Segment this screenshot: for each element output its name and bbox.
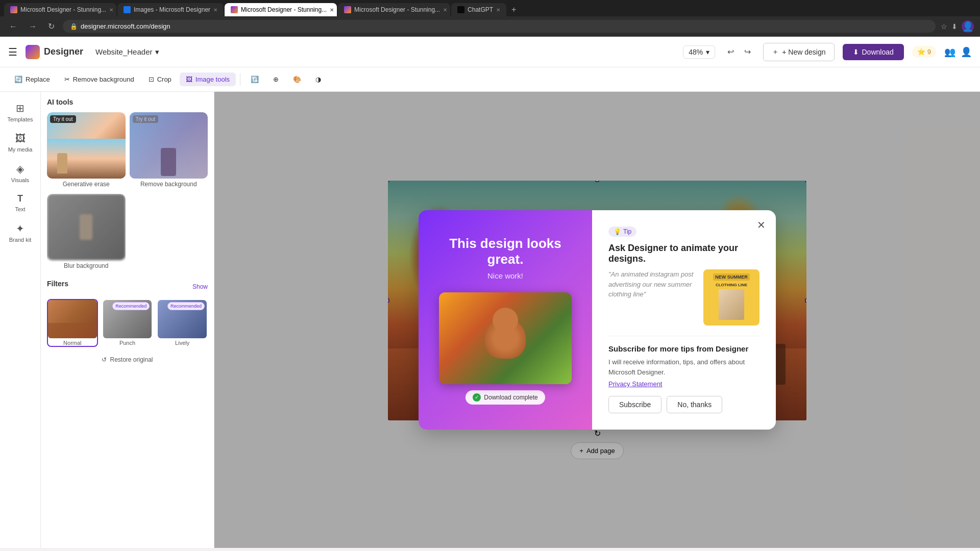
filter-lively[interactable]: Recommended Lively (157, 299, 208, 347)
tab-5-close[interactable]: ✕ (496, 7, 500, 13)
tab-3-label: Microsoft Designer - Stunning... (241, 6, 327, 13)
undo-redo: ↩ ↪ (723, 45, 755, 59)
download-icon[interactable]: ⬇ (951, 22, 958, 31)
toolbar-more-1[interactable]: 🔃 (244, 72, 265, 86)
share-icon[interactable]: 👥 (944, 46, 955, 58)
filters-title: Filters (47, 280, 68, 288)
user-icon[interactable]: 👤 (961, 46, 972, 58)
generative-erase-image: Try it out (47, 112, 126, 179)
undo-button[interactable]: ↩ (723, 45, 738, 59)
tab-2-label: Images - Microsoft Designer (134, 6, 210, 13)
sync-icon: 🔃 (251, 76, 259, 83)
toolbar-more-4[interactable]: ◑ (309, 72, 327, 86)
hamburger-menu[interactable]: ☰ (8, 46, 17, 58)
modal-left: This design looks great. Nice work! (419, 210, 592, 430)
new-tab-button[interactable]: + (507, 3, 520, 16)
project-name[interactable]: Website_Header ▾ (91, 45, 163, 59)
subscribe-button[interactable]: Subscribe (608, 396, 662, 413)
sidebar: ⊞ Templates 🖼 My media ◈ Visuals T Text … (0, 92, 41, 548)
reload-button[interactable]: ↻ (45, 19, 58, 33)
sidebar-item-templates[interactable]: ⊞ Templates (3, 98, 38, 127)
tab-4-label: Microsoft Designer - Stunning... (354, 6, 440, 13)
zoom-control[interactable]: 48% ▾ (683, 45, 715, 59)
blur-bg-label: Blur background (47, 262, 126, 271)
no-thanks-button[interactable]: No, thanks (667, 396, 722, 413)
back-button[interactable]: ← (6, 20, 20, 33)
animate-prompt-text: "An animated instagram post advertising … (608, 269, 695, 308)
download-arrow-icon: ⬇ (853, 48, 859, 56)
preview-image-content (439, 292, 572, 384)
tab-2-close[interactable]: ✕ (213, 7, 217, 13)
points-value: 9 (927, 48, 931, 56)
url-text: designer.microsoft.com/design (81, 22, 170, 30)
modal-close-button[interactable]: ✕ (753, 217, 769, 233)
bookmark-icon[interactable]: ☆ (941, 22, 947, 31)
filter-punch-wrapper: Recommended (103, 300, 152, 338)
ai-tool-remove-bg[interactable]: Try it out Remove background (130, 112, 208, 190)
forward-button[interactable]: → (26, 20, 40, 33)
restore-button[interactable]: ↺ Restore original (47, 352, 208, 367)
restore-label: Restore original (110, 356, 153, 363)
address-actions: ☆ ⬇ 👤 (941, 20, 974, 33)
plus-icon: ＋ (772, 47, 779, 57)
tab-1-close[interactable]: ✕ (109, 7, 113, 13)
privacy-link[interactable]: Privacy Statement (608, 380, 760, 388)
tip-label: Tip (623, 228, 631, 235)
ai-tools-grid: Try it out Generative erase Try it out R… (47, 112, 208, 271)
download-button[interactable]: ⬇ Download (843, 44, 904, 60)
crop-button[interactable]: ⊡ Crop (142, 72, 178, 86)
tab-4-close[interactable]: ✕ (443, 7, 447, 13)
tab-3[interactable]: Microsoft Designer - Stunning... ✕ (225, 3, 337, 16)
restore-icon: ↺ (102, 356, 107, 363)
check-circle-icon: ✓ (473, 393, 481, 402)
filter-lively-wrapper: Recommended (158, 300, 207, 338)
replace-button[interactable]: 🔄 Replace (8, 72, 56, 86)
remove-background-button[interactable]: ✂ Remove background (58, 72, 140, 86)
tab-1-label: Microsoft Designer - Stunning... (20, 6, 106, 13)
sidebar-label-templates: Templates (7, 116, 33, 122)
layers-icon: ⊕ (273, 76, 279, 83)
tab-5[interactable]: ChatGPT ✕ (451, 3, 506, 16)
modal-separator (608, 336, 760, 336)
filters-section: Filters Show Normal (47, 280, 208, 367)
download-complete-badge: ✓ Download complete (465, 390, 545, 405)
sidebar-item-visuals[interactable]: ◈ Visuals (3, 159, 38, 187)
generative-erase-label: Generative erase (47, 181, 126, 190)
star-icon: ⭐ (917, 48, 925, 56)
thumbnail-content: NEW SUMMER CLOTHING LINE (710, 270, 753, 325)
ai-tool-blur-bg[interactable]: Blur background (47, 194, 126, 271)
tab-2[interactable]: Images - Microsoft Designer ✕ (117, 3, 224, 16)
filter-normal[interactable]: Normal (47, 299, 98, 347)
sidebar-label-visuals: Visuals (11, 177, 29, 183)
filter-punch[interactable]: Recommended Punch (102, 299, 153, 347)
text-icon: T (17, 193, 23, 204)
url-input[interactable]: 🔒 designer.microsoft.com/design (63, 20, 936, 33)
profile-icon[interactable]: 👤 (962, 20, 974, 33)
lightbulb-icon: 💡 (614, 228, 621, 235)
toolbar-more-3[interactable]: 🎨 (287, 72, 307, 86)
tab-3-close[interactable]: ✕ (330, 7, 334, 13)
tab-4[interactable]: Microsoft Designer - Stunning... ✕ (338, 3, 450, 16)
filters-header: Filters Show (47, 280, 208, 294)
crop-label: Crop (157, 76, 172, 83)
points-badge: ⭐ 9 (912, 46, 936, 58)
sidebar-item-brand[interactable]: ✦ Brand kit (3, 218, 38, 247)
sidebar-item-text[interactable]: T Text (3, 189, 38, 216)
contrast-icon: ◑ (315, 76, 321, 83)
sidebar-item-my-media[interactable]: 🖼 My media (3, 129, 38, 157)
crop-icon: ⊡ (149, 76, 154, 83)
replace-label: Replace (26, 76, 50, 83)
recommended-badge-punch: Recommended (112, 302, 150, 310)
lock-icon: 🔒 (70, 23, 78, 30)
new-design-button[interactable]: ＋ + New design (763, 43, 834, 61)
modal-overlay: This design looks great. Nice work! (214, 92, 980, 548)
download-complete-text: Download complete (484, 394, 537, 401)
canvas-area: ↻ + Add page This design looks great. Ni… (214, 92, 980, 548)
show-more-link[interactable]: Show (192, 283, 208, 290)
ai-tool-generative-erase[interactable]: Try it out Generative erase (47, 112, 126, 190)
redo-button[interactable]: ↪ (740, 45, 755, 59)
image-tools-button[interactable]: 🖼 Image tools (180, 72, 236, 86)
app-name: Designer (44, 46, 83, 57)
toolbar-more-2[interactable]: ⊕ (267, 72, 285, 86)
tab-1[interactable]: Microsoft Designer - Stunning... ✕ (4, 3, 116, 16)
